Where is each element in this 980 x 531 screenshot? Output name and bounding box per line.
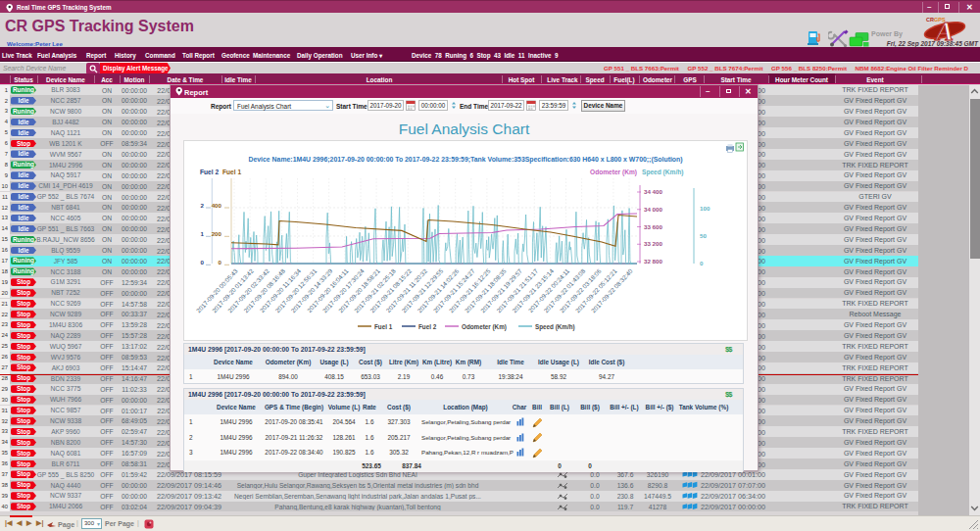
svg-text:Odometer (Km): Odometer (Km) xyxy=(590,169,637,176)
svg-text:2: 2 xyxy=(201,202,205,209)
svg-text:Fuel 1: Fuel 1 xyxy=(374,323,393,330)
svg-text:Device Name:1M4U 2996;2017-09-: Device Name:1M4U 2996;2017-09-20 00:00:0… xyxy=(248,156,682,164)
svg-text:Speed (Km/h): Speed (Km/h) xyxy=(535,323,575,331)
svg-text:Odometer (Km): Odometer (Km) xyxy=(462,323,507,331)
svg-text:200: 200 xyxy=(212,230,222,237)
svg-text:32 800: 32 800 xyxy=(644,258,662,265)
svg-text:Fuel 1: Fuel 1 xyxy=(222,169,241,175)
svg-text:34 000: 34 000 xyxy=(644,206,662,213)
svg-text:0: 0 xyxy=(700,260,704,266)
svg-text:33 600: 33 600 xyxy=(644,223,662,230)
svg-text:Fuel 2: Fuel 2 xyxy=(200,169,219,175)
svg-text:1: 1 xyxy=(201,230,205,237)
svg-text:34 400: 34 400 xyxy=(644,188,662,195)
svg-text:CRGPS: CRGPS xyxy=(926,17,946,23)
svg-text:0: 0 xyxy=(219,259,222,266)
svg-text:400: 400 xyxy=(212,202,222,209)
svg-text:33 200: 33 200 xyxy=(644,240,662,247)
svg-text:Fuel 2: Fuel 2 xyxy=(418,323,437,330)
svg-text:100: 100 xyxy=(700,205,710,212)
svg-text:0: 0 xyxy=(201,259,205,266)
svg-text:50: 50 xyxy=(700,232,707,239)
svg-text:Speed (Km/h): Speed (Km/h) xyxy=(642,169,684,176)
